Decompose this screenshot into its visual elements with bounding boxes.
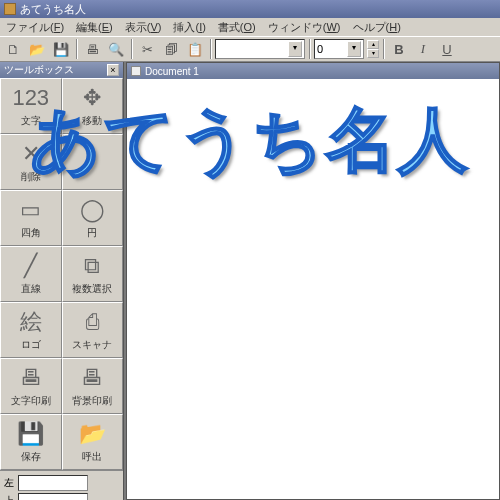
- tool-label: 保存: [21, 450, 41, 464]
- menu-insert[interactable]: 挿入(I): [167, 18, 211, 36]
- tool-複数選択[interactable]: ⧉複数選択: [62, 246, 124, 302]
- toolbox-title-bar[interactable]: ツールボックス ×: [0, 62, 123, 78]
- chevron-down-icon[interactable]: ▾: [347, 41, 361, 57]
- chevron-down-icon[interactable]: ▾: [288, 41, 302, 57]
- workspace: ツールボックス × 123文字✥移動✕削除▭四角◯円╱直線⧉複数選択絵ロゴ⎙スキ…: [0, 62, 500, 500]
- document-area: Document 1: [124, 62, 500, 500]
- title-bar: あてうち名人: [0, 0, 500, 18]
- tool-label: 背景印刷: [72, 394, 112, 408]
- tool-label: 直線: [21, 282, 41, 296]
- tool-icon: 🖶: [81, 364, 103, 392]
- size-combo[interactable]: 0▾: [314, 39, 364, 59]
- app-icon: [4, 3, 16, 15]
- tool-icon: 123: [12, 84, 49, 112]
- toolbox-grid: 123文字✥移動✕削除▭四角◯円╱直線⧉複数選択絵ロゴ⎙スキャナ🖶文字印刷🖶背景…: [0, 78, 123, 470]
- tool-label: ロゴ: [21, 338, 41, 352]
- tool-icon: ⧉: [84, 252, 100, 280]
- tool-文字[interactable]: 123文字: [0, 78, 62, 134]
- separator: [383, 39, 384, 59]
- tool-label: 四角: [21, 226, 41, 240]
- left-label: 左: [4, 476, 14, 490]
- tool-icon: ⎙: [86, 308, 99, 336]
- tool-移動[interactable]: ✥移動: [62, 78, 124, 134]
- bold-button[interactable]: B: [388, 38, 410, 60]
- underline-button[interactable]: U: [436, 38, 458, 60]
- tool-label: スキャナ: [72, 338, 112, 352]
- new-icon[interactable]: 🗋: [2, 38, 24, 60]
- document-title-bar[interactable]: Document 1: [127, 63, 499, 79]
- paste-icon[interactable]: 📋: [184, 38, 206, 60]
- toolbar: 🗋 📂 💾 🖶 🔍 ✂ 🗐 📋 ▾ 0▾ ▴▾ B I U: [0, 36, 500, 62]
- tool-削除[interactable]: ✕削除: [0, 134, 62, 190]
- tool-icon: ▭: [20, 196, 41, 224]
- tool-保存[interactable]: 💾保存: [0, 414, 62, 470]
- tool-label: 円: [87, 226, 97, 240]
- tool-icon: 🖶: [20, 364, 42, 392]
- toolbox-title: ツールボックス: [4, 63, 74, 77]
- tool-スキャナ[interactable]: ⎙スキャナ: [62, 302, 124, 358]
- copy-icon[interactable]: 🗐: [160, 38, 182, 60]
- close-icon[interactable]: ×: [107, 64, 119, 76]
- italic-button[interactable]: I: [412, 38, 434, 60]
- menu-file[interactable]: ファイル(F): [0, 18, 70, 36]
- tool-icon: 💾: [17, 420, 44, 448]
- spin-down-icon[interactable]: ▾: [367, 49, 379, 58]
- tool-icon: 📂: [79, 420, 106, 448]
- coords-panel: 左 上: [0, 470, 123, 500]
- tool-label: 文字印刷: [11, 394, 51, 408]
- font-combo[interactable]: ▾: [215, 39, 305, 59]
- tool-label: 複数選択: [72, 282, 112, 296]
- tool-empty[interactable]: [62, 134, 124, 190]
- tool-label: 呼出: [82, 450, 102, 464]
- tool-icon: ✕: [22, 140, 40, 168]
- tool-背景印刷[interactable]: 🖶背景印刷: [62, 358, 124, 414]
- size-spinner[interactable]: ▴▾: [367, 40, 379, 58]
- tool-label: 文字: [21, 114, 41, 128]
- menu-help[interactable]: ヘルプ(H): [347, 18, 407, 36]
- separator: [309, 39, 310, 59]
- separator: [76, 39, 77, 59]
- document-title: Document 1: [145, 66, 199, 77]
- app-title: あてうち名人: [20, 2, 86, 17]
- print-icon[interactable]: 🖶: [81, 38, 103, 60]
- menu-view[interactable]: 表示(V): [119, 18, 168, 36]
- open-icon[interactable]: 📂: [26, 38, 48, 60]
- tool-icon: 絵: [20, 308, 42, 336]
- spin-up-icon[interactable]: ▴: [367, 40, 379, 49]
- separator: [210, 39, 211, 59]
- menu-edit[interactable]: 編集(E): [70, 18, 119, 36]
- menu-bar: ファイル(F) 編集(E) 表示(V) 挿入(I) 書式(O) ウィンドウ(W)…: [0, 18, 500, 36]
- tool-icon: ╱: [24, 252, 37, 280]
- top-label: 上: [4, 494, 14, 500]
- document-icon: [131, 66, 141, 76]
- menu-window[interactable]: ウィンドウ(W): [262, 18, 347, 36]
- tool-label: 削除: [21, 170, 41, 184]
- tool-label: 移動: [82, 114, 102, 128]
- left-input[interactable]: [18, 475, 88, 491]
- tool-呼出[interactable]: 📂呼出: [62, 414, 124, 470]
- separator: [131, 39, 132, 59]
- tool-円[interactable]: ◯円: [62, 190, 124, 246]
- tool-四角[interactable]: ▭四角: [0, 190, 62, 246]
- toolbox-panel: ツールボックス × 123文字✥移動✕削除▭四角◯円╱直線⧉複数選択絵ロゴ⎙スキ…: [0, 62, 124, 500]
- top-input[interactable]: [18, 493, 88, 500]
- tool-icon: ◯: [80, 196, 105, 224]
- tool-文字印刷[interactable]: 🖶文字印刷: [0, 358, 62, 414]
- menu-format[interactable]: 書式(O): [212, 18, 262, 36]
- cut-icon[interactable]: ✂: [136, 38, 158, 60]
- preview-icon[interactable]: 🔍: [105, 38, 127, 60]
- document-window[interactable]: Document 1: [126, 62, 500, 500]
- tool-icon: ✥: [83, 84, 101, 112]
- tool-ロゴ[interactable]: 絵ロゴ: [0, 302, 62, 358]
- save-icon[interactable]: 💾: [50, 38, 72, 60]
- tool-直線[interactable]: ╱直線: [0, 246, 62, 302]
